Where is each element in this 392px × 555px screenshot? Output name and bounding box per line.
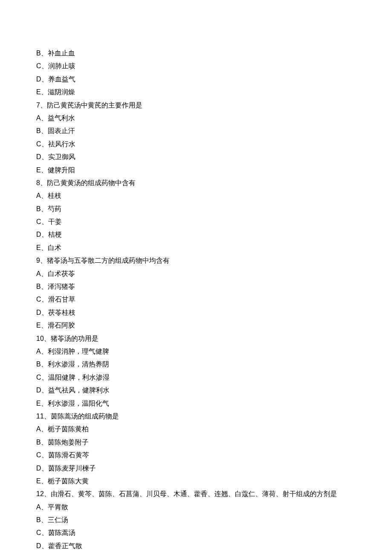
option-text: B、三仁汤	[36, 514, 356, 526]
option-text: D、养血益气	[36, 73, 356, 86]
option-text: D、藿香正气散	[36, 540, 356, 552]
option-text: B、茵陈炮姜附子	[36, 436, 356, 449]
option-text: C、干姜	[36, 215, 356, 228]
option-text: D、茯苓桂枝	[36, 306, 356, 319]
option-text: B、芍药	[36, 203, 356, 215]
option-text: C、茵陈滑石黄芩	[36, 449, 356, 462]
option-text: C、滑石甘草	[36, 293, 356, 306]
option-text: D、茵陈麦芽川楝子	[36, 462, 356, 475]
question-text: 11、茵陈蒿汤的组成药物是	[36, 410, 356, 423]
option-text: A、益气利水	[36, 112, 356, 125]
option-text: E、健脾升阳	[36, 164, 356, 177]
option-text: C、温阳健脾，利水渗湿	[36, 371, 356, 384]
option-text: A、白术茯苓	[36, 267, 356, 280]
option-text: A、平胃散	[36, 501, 356, 514]
document-page: B、补血止血 C、润肺止咳 D、养血益气 E、滋阴润燥 7、防己黄芪汤中黄芪的主…	[0, 0, 392, 555]
option-text: B、补血止血	[36, 47, 356, 60]
option-text: B、泽泻猪苓	[36, 280, 356, 293]
option-text: E、利水渗湿，温阳化气	[36, 397, 356, 410]
option-text: E、滋阴润燥	[36, 86, 356, 99]
question-text: 7、防己黄芪汤中黄芪的主要作用是	[36, 99, 356, 112]
option-text: D、实卫御风	[36, 151, 356, 163]
question-text: 9、猪苓汤与五苓散二方的组成药物中均含有	[36, 254, 356, 267]
option-text: E、栀子茵陈大黄	[36, 475, 356, 488]
option-text: A、栀子茵陈黄柏	[36, 423, 356, 436]
option-text: B、固表止汗	[36, 125, 356, 137]
question-text: 12、由滑石、黄芩、茵陈、石菖蒲、川贝母、木通、藿香、连翘、白蔻仁、薄荷、射干组…	[36, 488, 356, 500]
option-text: C、祛风行水	[36, 138, 356, 151]
option-text: A、桂枝	[36, 189, 356, 202]
option-text: A、利湿消肿，理气健脾	[36, 345, 356, 358]
option-text: D、桔梗	[36, 228, 356, 241]
question-text: 10、猪苓汤的功用是	[36, 332, 356, 345]
option-text: E、滑石阿胶	[36, 319, 356, 332]
option-text: E、白术	[36, 241, 356, 254]
question-text: 8、防己黄黄汤的组成药物中含有	[36, 177, 356, 189]
option-text: C、茵陈蒿汤	[36, 526, 356, 539]
option-text: C、润肺止咳	[36, 60, 356, 73]
option-text: D、益气祛风，健脾利水	[36, 384, 356, 397]
option-text: B、利水渗湿，清热养阴	[36, 358, 356, 371]
